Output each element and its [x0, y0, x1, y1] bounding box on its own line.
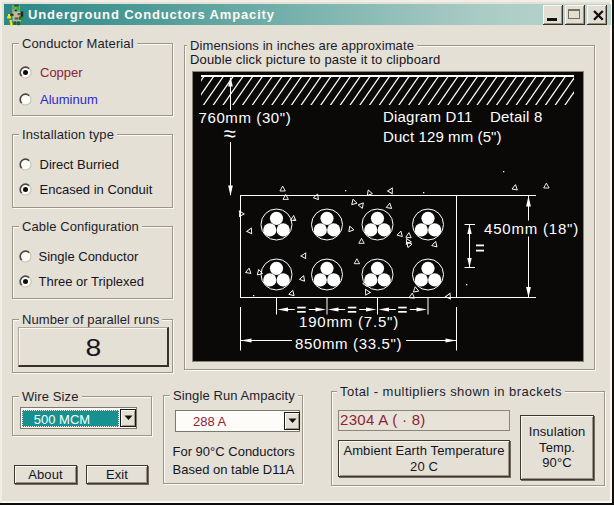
svg-text:450mm (18"): 450mm (18"): [484, 220, 579, 237]
svg-text:Duct 129 mm (5"): Duct 129 mm (5"): [383, 128, 502, 145]
svg-text:190mm (7.5"): 190mm (7.5"): [299, 313, 399, 330]
svg-text:Diagram D11: Diagram D11: [383, 108, 472, 125]
svg-text:Detail 8: Detail 8: [490, 108, 542, 125]
svg-text:850mm (33.5"): 850mm (33.5"): [295, 335, 402, 352]
svg-text:≈: ≈: [224, 121, 236, 146]
svg-text:760mm (30"): 760mm (30"): [199, 109, 292, 126]
